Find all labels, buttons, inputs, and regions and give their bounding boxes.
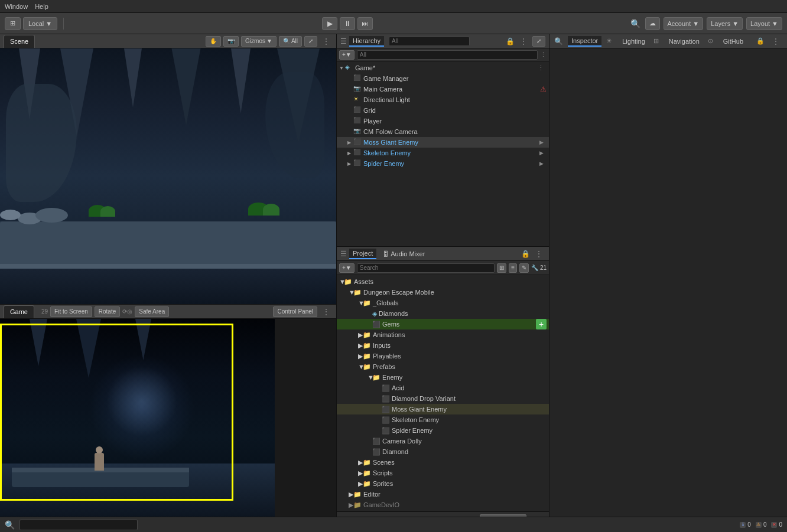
- lighting-tab[interactable]: Lighting: [619, 37, 649, 46]
- hierarchy-filter-search[interactable]: [357, 50, 538, 60]
- game-options-icon[interactable]: ⋮: [535, 64, 547, 72]
- project-item-enemy-folder[interactable]: ▼ 📁 Enemy: [337, 372, 549, 383]
- audio-mixer-tab[interactable]: 🎛 Audio Mixer: [379, 249, 428, 259]
- editor-folder-icon: 📁: [353, 491, 362, 498]
- cloud-button[interactable]: ☁: [645, 17, 660, 30]
- project-filter-btn-2[interactable]: ≡: [509, 263, 517, 273]
- project-tab[interactable]: Project: [349, 249, 376, 259]
- menu-window[interactable]: Window: [5, 3, 28, 10]
- layers-dropdown[interactable]: Layers ▼: [707, 17, 743, 30]
- hierarchy-item-main-camera[interactable]: 📷 Main Camera ⚠: [337, 84, 549, 94]
- control-panel-button[interactable]: Control Panel: [273, 306, 317, 317]
- game-tab[interactable]: Game: [4, 305, 34, 318]
- project-item-globals[interactable]: ▼ 📁 _Globals: [337, 298, 549, 308]
- bottom-search-icon[interactable]: 🔍: [5, 520, 15, 530]
- local-dropdown[interactable]: Local ▼: [23, 17, 57, 30]
- project-item-skeleton-prefab[interactable]: ⬛ Skeleton Enemy: [337, 414, 549, 425]
- hierarchy-item-spider[interactable]: ▶ ⬛ Spider Enemy ▶: [337, 158, 549, 169]
- project-item-animations[interactable]: ▶ 📁 Animations: [337, 329, 549, 340]
- play-button[interactable]: ▶: [322, 17, 337, 30]
- account-dropdown[interactable]: Account ▼: [664, 17, 704, 30]
- project-item-diamond[interactable]: ⬛ Diamond: [337, 446, 549, 457]
- project-item-spider-prefab[interactable]: ⬛ Spider Enemy: [337, 425, 549, 436]
- fit-to-screen-button[interactable]: Fit to Screen: [50, 306, 92, 317]
- scene-image: [0, 48, 336, 304]
- safe-area-button[interactable]: Safe Area: [135, 306, 169, 317]
- expand-scene-button[interactable]: ⤢: [304, 36, 317, 47]
- gizmos-label: Gizmos: [245, 38, 265, 44]
- project-item-scenes[interactable]: ▶ 📁 Scenes: [337, 457, 549, 468]
- local-button[interactable]: ⊞: [5, 17, 21, 30]
- search-toolbar-button[interactable]: 🔍: [629, 18, 642, 30]
- hierarchy-item-game-manager[interactable]: ⬛ Game Manager: [337, 73, 549, 84]
- project-search-input[interactable]: [357, 263, 495, 273]
- inspector-lock-icon[interactable]: 🔒: [756, 37, 765, 45]
- scene-menu-icon[interactable]: ⋮: [320, 37, 333, 46]
- hierarchy-lock-icon[interactable]: 🔒: [506, 37, 515, 45]
- project-count: 🔧 21: [531, 265, 547, 271]
- project-header: ☰ Project 🎛 Audio Mixer 🔒 ⋮: [337, 247, 549, 261]
- gems-plus-btn[interactable]: +: [536, 319, 547, 329]
- project-item-dungeon-escape[interactable]: ▼ 📁 Dungeon Escape Mobile: [337, 287, 549, 298]
- acid-label: Acid: [392, 384, 404, 391]
- bottom-search-input[interactable]: [19, 520, 138, 530]
- hierarchy-search[interactable]: [389, 37, 470, 46]
- project-item-diamonds[interactable]: ◈ Diamonds: [337, 308, 549, 319]
- gizmos-button[interactable]: Gizmos ▼: [241, 36, 277, 47]
- menu-help[interactable]: Help: [35, 3, 48, 10]
- project-item-prefabs[interactable]: ▼ 📁 Prefabs: [337, 361, 549, 372]
- hierarchy-expand-button[interactable]: ⤢: [532, 36, 545, 47]
- hierarchy-tab[interactable]: Hierarchy: [349, 36, 384, 47]
- status-warn-indicator[interactable]: ⚠ 0: [756, 521, 767, 528]
- status-err-indicator[interactable]: ✕ 0: [771, 521, 782, 528]
- inputs-folder-icon: 📁: [363, 342, 371, 350]
- project-item-gamedevio[interactable]: ▶ 📁 GameDevIO: [337, 500, 549, 510]
- project-item-gems[interactable]: ⬛ Gems +: [337, 319, 549, 329]
- project-filter-btn-1[interactable]: ⊞: [497, 263, 506, 273]
- github-tab[interactable]: GitHub: [720, 37, 747, 46]
- project-item-diamond-drop[interactable]: ⬛ Diamond Drop Variant: [337, 393, 549, 404]
- step-button[interactable]: ⏭: [357, 17, 373, 30]
- project-item-scripts[interactable]: ▶ 📁 Scripts: [337, 468, 549, 478]
- project-filter-btn-3[interactable]: ✎: [519, 263, 529, 273]
- project-item-sprites[interactable]: ▶ 📁 Sprites: [337, 478, 549, 489]
- hierarchy-options-icon[interactable]: ⋮: [540, 51, 547, 58]
- hierarchy-item-moss-giant[interactable]: ▶ ⬛ Moss Giant Enemy ▶: [337, 137, 549, 148]
- rotate-button[interactable]: Rotate: [95, 306, 120, 317]
- project-menu-icon[interactable]: ⋮: [532, 249, 545, 259]
- hierarchy-item-skeleton[interactable]: ▶ ⬛ Skeleton Enemy ▶: [337, 148, 549, 158]
- hierarchy-item-grid[interactable]: ⬛ Grid: [337, 105, 549, 116]
- hierarchy-menu-icon[interactable]: ⋮: [517, 37, 530, 46]
- hierarchy-item-player[interactable]: ⬛ Player: [337, 116, 549, 126]
- project-item-assets[interactable]: ▼ 📁 Assets: [337, 276, 549, 287]
- hierarchy-add-button[interactable]: +▼: [339, 50, 355, 60]
- hierarchy-item-game[interactable]: ▼ ◈ Game* ⋮: [337, 63, 549, 73]
- project-add-button[interactable]: +▼: [339, 263, 355, 273]
- project-item-acid[interactable]: ⬛ Acid: [337, 383, 549, 393]
- gems-add-button[interactable]: +: [536, 319, 547, 329]
- scene-canvas[interactable]: [0, 48, 336, 304]
- project-lock-icon[interactable]: 🔒: [521, 250, 530, 258]
- inspector-tab[interactable]: Inspector: [568, 36, 601, 47]
- game-menu-icon[interactable]: ⋮: [320, 307, 333, 316]
- layout-dropdown[interactable]: Layout ▼: [746, 17, 782, 30]
- project-item-inputs[interactable]: ▶ 📁 Inputs: [337, 340, 549, 351]
- gems-label: Gems: [382, 321, 399, 328]
- scene-tab[interactable]: Scene: [4, 35, 35, 48]
- inspector-menu-icon[interactable]: ⋮: [769, 37, 782, 46]
- project-item-playables[interactable]: ▶ 📁 Playables: [337, 351, 549, 361]
- project-item-moss-giant-prefab[interactable]: ⬛ Moss Giant Enemy: [337, 404, 549, 414]
- tool-hand-button[interactable]: ✋: [206, 36, 221, 47]
- project-item-camera-dolly[interactable]: ⬛ Camera Dolly: [337, 436, 549, 446]
- spider-label: Spider Enemy: [363, 160, 404, 167]
- pause-button[interactable]: ⏸: [340, 17, 355, 30]
- navigation-tab[interactable]: Navigation: [665, 37, 703, 46]
- hierarchy-item-cm-camera[interactable]: 📷 CM Folow Camera: [337, 126, 549, 137]
- game-canvas[interactable]: [0, 319, 336, 517]
- all-button[interactable]: 🔍 All: [279, 36, 302, 47]
- status-info-indicator[interactable]: ℹ 0: [740, 521, 751, 528]
- camera-view-button[interactable]: 📷: [223, 36, 239, 47]
- project-item-editor[interactable]: ▶ 📁 Editor: [337, 489, 549, 500]
- hierarchy-item-dir-light[interactable]: ☀ Directional Light: [337, 94, 549, 105]
- sprites-arrow: ▶: [358, 480, 363, 488]
